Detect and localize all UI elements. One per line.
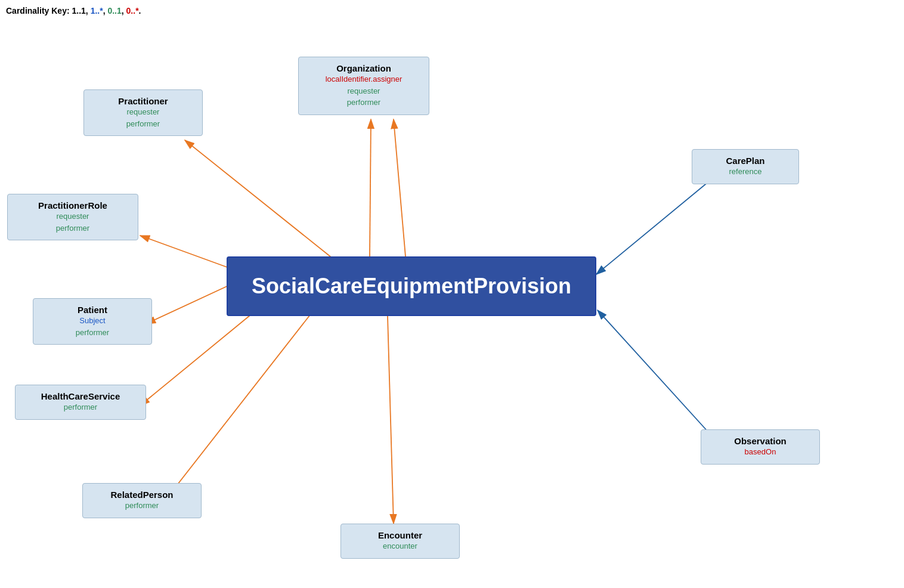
cp-line1: reference <box>701 166 790 178</box>
node-encounter: Encounter encounter <box>340 524 460 559</box>
hcs-line1: performer <box>24 401 137 413</box>
central-node: SocialCareEquipmentProvision <box>227 256 596 316</box>
patient-line1: Subject <box>42 315 143 327</box>
node-practitioner: Practitioner requester performer <box>83 89 203 136</box>
pract-line1: requester <box>93 106 193 118</box>
pract-title: Practitioner <box>93 96 193 106</box>
card-1-1: 1..1 <box>72 6 85 16</box>
card-1-star: 1..* <box>91 6 103 16</box>
enc-title: Encounter <box>350 530 450 540</box>
node-practitioner-role: PractitionerRole requester performer <box>7 194 138 240</box>
node-observation: Observation basedOn <box>701 429 820 465</box>
org-line2: requester <box>308 85 420 97</box>
rp-title: RelatedPerson <box>92 490 192 500</box>
rp-line1: performer <box>92 500 192 512</box>
pract-line2: performer <box>93 118 193 130</box>
cardinality-key-label: Cardinality Key: <box>6 6 72 16</box>
svg-line-9 <box>394 119 405 256</box>
org-line3: performer <box>308 97 420 109</box>
cp-title: CarePlan <box>701 156 790 166</box>
node-organization: Organization localIdentifier.assigner re… <box>298 57 429 115</box>
patient-title: Patient <box>42 305 143 315</box>
patient-line2: performer <box>42 327 143 339</box>
practrole-title: PractitionerRole <box>17 200 129 211</box>
svg-line-3 <box>185 140 334 259</box>
svg-line-2 <box>370 119 371 256</box>
central-label: SocialCareEquipmentProvision <box>252 274 571 299</box>
enc-line1: encounter <box>350 540 450 552</box>
card-0-1: 0..1 <box>107 6 121 16</box>
practrole-line1: requester <box>17 211 129 222</box>
svg-line-6 <box>140 310 256 406</box>
hcs-title: HealthCareService <box>24 391 137 401</box>
node-related-person: RelatedPerson performer <box>82 483 202 518</box>
obs-line1: basedOn <box>710 446 810 458</box>
svg-line-5 <box>146 285 230 324</box>
node-patient: Patient Subject performer <box>33 298 152 345</box>
svg-line-8 <box>388 316 394 524</box>
obs-title: Observation <box>710 436 810 446</box>
card-0-star: 0..* <box>126 6 139 16</box>
node-careplan: CarePlan reference <box>692 149 799 184</box>
svg-line-7 <box>167 315 310 498</box>
cardinality-key: Cardinality Key: 1..1, 1..*, 0..1, 0..*. <box>6 6 141 16</box>
practrole-line2: performer <box>17 222 129 234</box>
node-healthcare-service: HealthCareService performer <box>15 385 146 420</box>
svg-line-4 <box>140 236 239 271</box>
svg-line-10 <box>596 176 716 274</box>
org-title: Organization <box>308 63 420 73</box>
org-line1: localIdentifier.assigner <box>308 73 420 85</box>
